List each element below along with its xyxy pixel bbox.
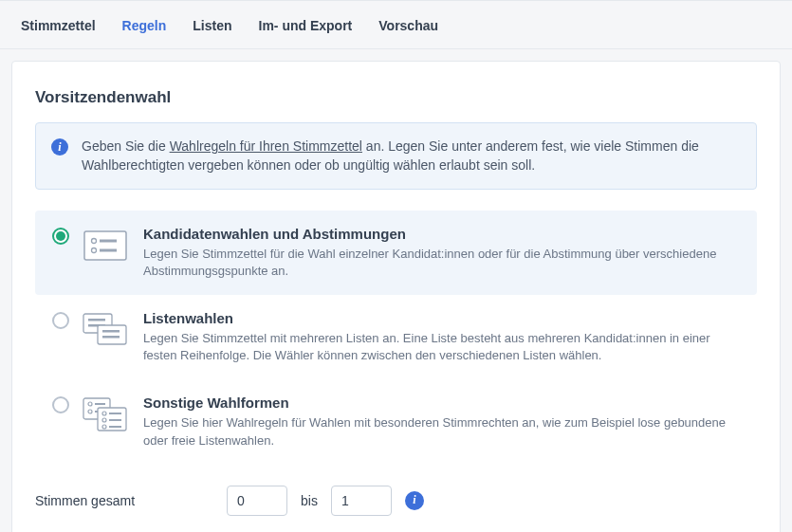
option-kandidaten-desc: Legen Sie Stimmzettel für die Wahl einze… <box>143 246 740 280</box>
svg-rect-22 <box>109 426 121 428</box>
svg-rect-13 <box>95 403 105 405</box>
svg-rect-18 <box>109 413 121 414</box>
tab-stimmzettel[interactable]: Stimmzettel <box>21 18 96 33</box>
svg-rect-2 <box>100 239 117 242</box>
svg-rect-8 <box>98 325 126 344</box>
info-icon: i <box>51 138 68 156</box>
ballot-single-icon <box>83 228 130 264</box>
info-link[interactable]: Wahlregeln für Ihren Stimmzettel <box>170 138 362 154</box>
option-listen-desc: Legen Sie Stimmzettel mit mehreren Liste… <box>143 330 740 364</box>
option-kandidaten[interactable]: Kandidatenwahlen und Abstimmungen Legen … <box>35 211 757 295</box>
info-text: Geben Sie die Wahlregeln für Ihren Stimm… <box>82 137 741 175</box>
option-sonstige-title: Sonstige Wahlformen <box>143 394 740 411</box>
votes-total-label: Stimmen gesamt <box>35 493 213 508</box>
radio-sonstige[interactable] <box>52 396 69 413</box>
tab-regeln[interactable]: Regeln <box>122 18 167 33</box>
svg-rect-6 <box>88 319 105 321</box>
option-listen-title: Listenwahlen <box>143 310 740 326</box>
votes-row: Stimmen gesamt bis i <box>35 486 757 516</box>
votes-from-input[interactable] <box>227 486 287 516</box>
option-kandidaten-title: Kandidatenwahlen und Abstimmungen <box>143 226 740 242</box>
radio-kandidaten[interactable] <box>52 228 69 245</box>
votes-to-label: bis <box>301 493 318 508</box>
option-sonstige-desc: Legen Sie hier Wahlregeln für Wahlen mit… <box>143 414 740 449</box>
svg-rect-4 <box>100 248 117 251</box>
tab-vorschau[interactable]: Vorschau <box>378 18 438 33</box>
info-box: i Geben Sie die Wahlregeln für Ihren Sti… <box>35 122 757 190</box>
option-sonstige[interactable]: Sonstige Wahlformen Legen Sie hier Wahlr… <box>35 379 757 464</box>
svg-rect-9 <box>102 330 120 333</box>
svg-rect-10 <box>102 336 120 339</box>
vote-type-options: Kandidatenwahlen und Abstimmungen Legen … <box>35 211 757 465</box>
tab-listen[interactable]: Listen <box>193 18 231 33</box>
main-card: Vorsitzendenwahl i Geben Sie die Wahlreg… <box>11 61 781 532</box>
svg-rect-0 <box>84 231 126 260</box>
ballot-lists-icon <box>83 312 130 348</box>
votes-info-icon[interactable]: i <box>405 491 424 510</box>
svg-rect-20 <box>109 419 121 421</box>
option-listen[interactable]: Listenwahlen Legen Sie Stimmzettel mit m… <box>35 295 757 379</box>
tab-import-export[interactable]: Im- und Export <box>259 18 353 33</box>
votes-to-input[interactable] <box>331 486 392 516</box>
radio-listen[interactable] <box>52 312 69 329</box>
page-title: Vorsitzendenwahl <box>35 88 757 107</box>
ballot-other-icon <box>83 396 130 432</box>
tabs-bar: Stimmzettel Regeln Listen Im- und Export… <box>0 0 792 49</box>
